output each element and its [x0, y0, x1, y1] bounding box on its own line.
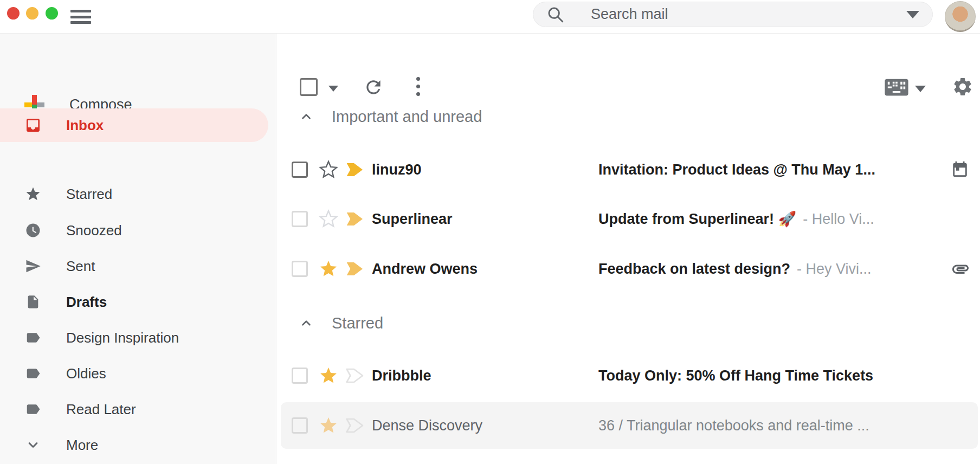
sidebar-item-label: Starred — [66, 186, 112, 203]
user-avatar[interactable] — [945, 1, 976, 32]
paperclip-icon — [951, 259, 970, 279]
sidebar-item-starred[interactable]: Starred — [0, 177, 268, 211]
collapse-chevron-icon[interactable] — [299, 316, 313, 330]
sidebar-item-label: Design Inspiration — [66, 330, 179, 346]
section-header-important[interactable]: Important and unread — [276, 105, 482, 128]
star-icon[interactable] — [319, 416, 338, 435]
sidebar: Compose Inbox Starred Snoozed Sent — [0, 34, 276, 464]
importance-marker-icon[interactable] — [344, 367, 364, 384]
row-checkbox[interactable] — [292, 417, 308, 434]
email-subject: Today Only: 50% Off Hang Time Tickets — [598, 368, 873, 384]
section-title: Important and unread — [332, 108, 482, 126]
row-trailing-spacer — [951, 209, 970, 229]
search-bar[interactable] — [533, 2, 933, 27]
star-icon[interactable] — [319, 209, 338, 229]
importance-marker-icon[interactable] — [344, 161, 364, 178]
importance-marker-icon[interactable] — [344, 210, 364, 228]
email-subject: Update from Superlinear! 🚀 — [598, 210, 796, 228]
refresh-icon[interactable] — [363, 77, 384, 98]
email-row[interactable]: Andrew Owens Feedback on latest design? … — [276, 244, 980, 293]
row-checkbox[interactable] — [292, 368, 308, 384]
email-snippet: - Hello Vi... — [803, 211, 874, 228]
sidebar-item-oldies[interactable]: Oldies — [0, 357, 268, 390]
clock-icon — [24, 222, 42, 239]
sidebar-item-label: Snoozed — [66, 222, 122, 239]
email-sender: Superlinear — [372, 211, 598, 228]
sidebar-item-label: Oldies — [66, 365, 106, 382]
row-trailing-spacer — [951, 366, 970, 385]
row-trailing-spacer — [949, 416, 968, 435]
sidebar-item-label: Sent — [66, 258, 95, 275]
sidebar-item-inbox[interactable]: Inbox — [0, 108, 268, 142]
email-row[interactable]: Dribbble Today Only: 50% Off Hang Time T… — [276, 351, 980, 400]
star-icon — [24, 185, 42, 203]
send-icon — [24, 257, 42, 275]
star-icon[interactable] — [319, 259, 338, 279]
input-tools-chevron-icon[interactable] — [915, 86, 926, 92]
email-sender: Dribbble — [372, 368, 598, 384]
row-checkbox[interactable] — [292, 261, 308, 277]
row-checkbox[interactable] — [292, 162, 308, 178]
importance-marker-icon[interactable] — [344, 417, 364, 434]
star-icon[interactable] — [319, 160, 338, 179]
sidebar-item-label: Drafts — [66, 294, 107, 311]
sidebar-item-label: Read Later — [66, 401, 136, 418]
email-sender: Andrew Owens — [372, 261, 598, 278]
email-subject: Feedback on latest design? — [598, 261, 790, 278]
settings-gear-icon[interactable] — [952, 76, 973, 98]
select-options-chevron-icon[interactable] — [328, 86, 338, 92]
label-icon — [24, 329, 42, 346]
search-input[interactable] — [591, 6, 906, 23]
sidebar-item-design-inspiration[interactable]: Design Inspiration — [0, 321, 268, 355]
select-all-checkbox[interactable] — [300, 78, 318, 96]
row-checkbox[interactable] — [292, 211, 308, 227]
sidebar-item-label: Inbox — [66, 117, 104, 134]
window-zoom-button[interactable] — [46, 7, 58, 20]
mail-list-pane: Important and unread linuz90 Invitation:… — [276, 34, 980, 464]
email-sender: Dense Discovery — [372, 417, 598, 434]
gmail-window: Compose Inbox Starred Snoozed Sent — [0, 0, 980, 464]
email-row[interactable]: Superlinear Update from Superlinear! 🚀 -… — [276, 195, 980, 243]
chevron-down-icon — [24, 436, 42, 454]
file-icon — [24, 293, 42, 311]
sidebar-item-snoozed[interactable]: Snoozed — [0, 214, 268, 247]
sidebar-item-more[interactable]: More — [0, 428, 268, 462]
label-icon — [24, 365, 42, 382]
sidebar-item-read-later[interactable]: Read Later — [0, 392, 268, 426]
section-header-starred[interactable]: Starred — [276, 311, 383, 335]
search-icon — [546, 5, 565, 24]
importance-marker-icon[interactable] — [344, 260, 364, 278]
sidebar-item-drafts[interactable]: Drafts — [0, 285, 268, 319]
window-minimize-button[interactable] — [26, 7, 38, 20]
inbox-icon — [24, 117, 42, 134]
star-icon[interactable] — [319, 366, 338, 385]
collapse-chevron-icon[interactable] — [299, 109, 313, 124]
email-row[interactable]: linuz90 Invitation: Product Ideas @ Thu … — [276, 145, 980, 194]
sidebar-item-label: More — [66, 437, 98, 454]
input-tools-keyboard-icon[interactable] — [885, 78, 908, 98]
sidebar-item-sent[interactable]: Sent — [0, 249, 268, 283]
section-title: Starred — [332, 314, 383, 332]
main-menu-icon[interactable] — [70, 8, 91, 26]
email-subject: Invitation: Product Ideas @ Thu May 1... — [598, 162, 875, 178]
email-subject: 36 / Triangular notebooks and real-time … — [598, 417, 869, 434]
top-bar — [0, 0, 980, 34]
label-icon — [24, 401, 42, 418]
search-options-chevron-icon[interactable] — [906, 11, 919, 18]
email-sender: linuz90 — [372, 162, 598, 178]
calendar-icon — [951, 160, 970, 179]
window-close-button[interactable] — [7, 7, 20, 20]
email-snippet: - Hey Vivi... — [797, 261, 872, 278]
email-row[interactable]: Dense Discovery 36 / Triangular notebook… — [281, 402, 978, 449]
more-actions-icon[interactable] — [416, 77, 420, 96]
